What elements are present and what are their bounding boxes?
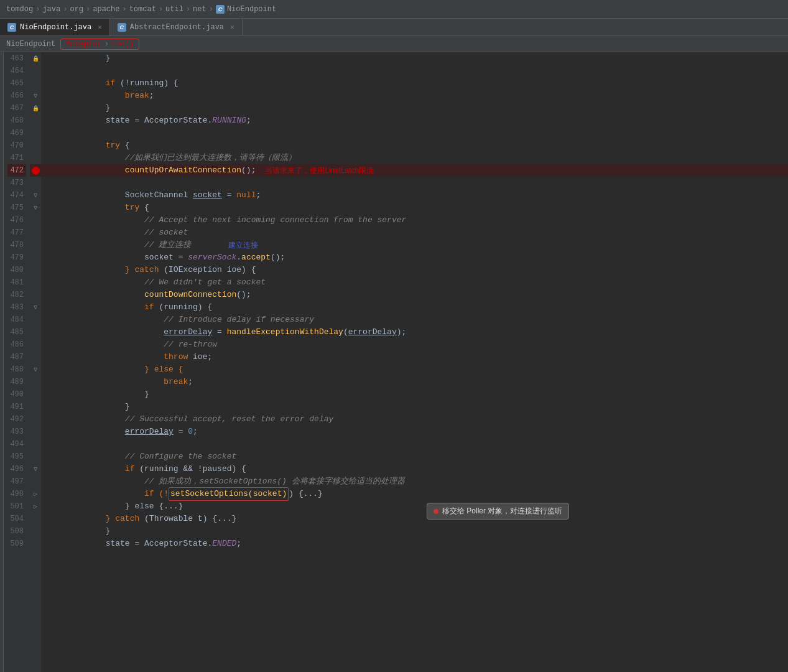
code-token: }	[47, 401, 130, 413]
tab-abstract-endpoint[interactable]: C AbstractEndpoint.java ✕	[110, 19, 243, 35]
code-token: ;	[188, 376, 193, 388]
code-line-468: state = AcceptorState.RUNNING;	[41, 114, 788, 127]
gutter-cell-485	[30, 326, 41, 338]
code-token: // Configure the socket	[125, 450, 236, 463]
code-line-479: socket = serverSock.accept();	[41, 251, 788, 264]
code-token: running	[130, 77, 164, 90]
gutter-cell-486	[30, 338, 41, 351]
fold-close-icon[interactable]: ▽	[34, 304, 37, 311]
tab-nio-close[interactable]: ✕	[98, 23, 102, 31]
line-number-469: 469	[7, 127, 26, 139]
code-token	[47, 351, 164, 363]
gutter-cell-483: ▽	[30, 301, 41, 314]
bc-net[interactable]: net	[193, 5, 206, 14]
gutter-cell-478	[30, 239, 41, 251]
code-line-495: // Configure the socket	[41, 450, 788, 463]
code-token: // Introduce delay if necessary	[164, 314, 314, 326]
code-token: if	[144, 301, 154, 314]
code-token	[47, 276, 144, 289]
line-number-496: 496	[7, 463, 26, 475]
code-token: =	[130, 538, 144, 550]
line-number-477: 477	[7, 226, 26, 239]
code-line-473	[41, 177, 788, 189]
code-token: ;	[149, 90, 154, 102]
fold-close-icon[interactable]: ▽	[34, 92, 37, 100]
lock-icon[interactable]: 🔒	[32, 105, 39, 112]
code-token: ioe) {	[222, 264, 256, 276]
line-number-478: 478	[7, 239, 26, 251]
code-line-486: // re-throw	[41, 338, 788, 351]
tab-nio-endpoint[interactable]: C NioEndpoint.java ✕	[0, 19, 110, 35]
code-token: break	[164, 376, 188, 388]
tab-abstract-close[interactable]: ✕	[230, 23, 234, 31]
code-token: );	[397, 326, 407, 338]
code-token: if (!	[144, 488, 169, 500]
code-token: (	[159, 264, 169, 276]
tooltip-text: 移交给 Poller 对象，对连接进行监听	[442, 506, 562, 516]
code-token	[47, 488, 144, 500]
code-token	[47, 363, 144, 376]
code-token: socket	[144, 251, 174, 264]
gutter-cell-492	[30, 413, 41, 426]
line-number-473: 473	[7, 177, 26, 189]
code-token	[47, 338, 164, 351]
gutter-cell-491	[30, 401, 41, 413]
gutter-cell-501: ▷	[30, 500, 41, 513]
gutter-cell-490	[30, 388, 41, 401]
bc-nio-endpoint[interactable]: NioEndpoint	[227, 5, 276, 14]
code-token: =	[212, 326, 226, 338]
code-token: } else {	[144, 363, 183, 376]
inline-annotation-2: 建立连接	[228, 239, 258, 251]
code-line-498: if (!setSocketOptions(socket)) {...}	[41, 488, 788, 500]
code-token: ;	[256, 189, 261, 202]
code-token	[47, 376, 164, 388]
code-line-501: } else {...}	[41, 500, 788, 513]
gutter-cell-468	[30, 114, 41, 127]
struct-class-label[interactable]: NioEndpoint	[6, 40, 55, 49]
fold-close-icon[interactable]: ▽	[34, 366, 37, 373]
code-token: socket	[193, 189, 222, 202]
code-line-494	[41, 438, 788, 450]
code-line-484: // Introduce delay if necessary	[41, 314, 788, 326]
code-line-466: break;	[41, 90, 788, 102]
code-token	[47, 164, 125, 177]
code-token: } catch	[106, 513, 140, 525]
line-number-480: 480	[7, 264, 26, 276]
fold-close-icon[interactable]: ▽	[34, 204, 37, 212]
line-numbers: 4634644654664674684694704714724734744754…	[4, 52, 30, 672]
gutter-cell-495	[30, 450, 41, 463]
bc-tomcat[interactable]: tomcat	[129, 5, 156, 14]
code-line-496: if (running && !paused) {	[41, 463, 788, 475]
code-editor[interactable]: } if (!running) { break; } state = Accep…	[41, 52, 788, 672]
fold-open-icon[interactable]: ▷	[34, 490, 37, 498]
lock-icon[interactable]: 🔒	[32, 55, 39, 62]
code-token: ;	[193, 426, 198, 438]
bc-java[interactable]: java	[42, 5, 60, 14]
code-token: // socket	[144, 226, 188, 239]
code-token: && !	[178, 463, 203, 475]
bc-tomdog[interactable]: tomdog	[6, 5, 33, 14]
code-token: }	[47, 388, 149, 401]
fold-close-icon[interactable]: ▽	[34, 465, 37, 473]
code-line-470: try {	[41, 139, 788, 152]
code-token	[188, 189, 193, 202]
struct-acceptor-run[interactable]: Acceptor › run()	[60, 39, 139, 50]
bc-util[interactable]: util	[165, 5, 183, 14]
gutter-cell-480	[30, 264, 41, 276]
code-token: ();	[236, 289, 251, 301]
code-line-482: countDownConnection();	[41, 289, 788, 301]
gutter-cell-465	[30, 77, 41, 90]
code-token	[47, 463, 125, 475]
code-token: =	[222, 189, 236, 202]
structure-bar: NioEndpoint Acceptor › run()	[0, 36, 788, 52]
bc-org[interactable]: org	[70, 5, 83, 14]
line-number-470: 470	[7, 139, 26, 152]
bc-apache[interactable]: apache	[93, 5, 119, 14]
code-token	[47, 202, 125, 214]
code-token	[47, 289, 144, 301]
fold-close-icon[interactable]: ▽	[34, 192, 37, 199]
line-number-487: 487	[7, 351, 26, 363]
code-token: // re-throw	[164, 338, 217, 351]
fold-open-icon[interactable]: ▷	[34, 503, 37, 510]
code-line-474: SocketChannel socket = null;	[41, 189, 788, 202]
